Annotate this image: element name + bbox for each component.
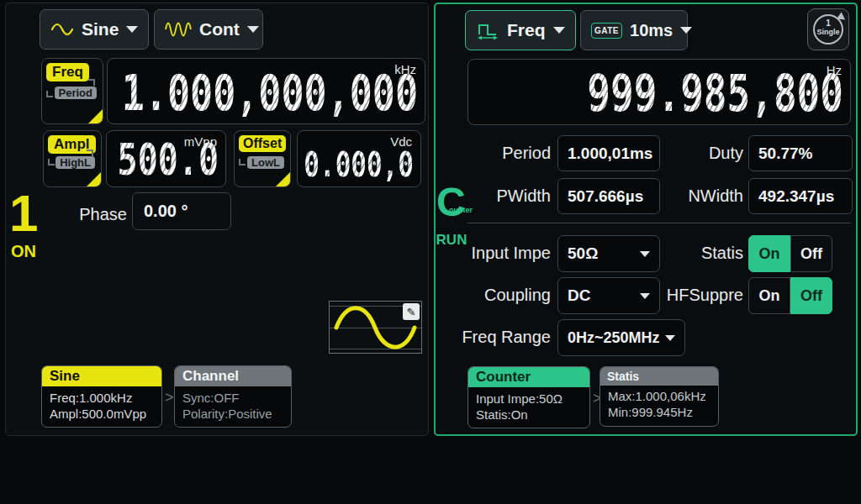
gate-badge: GATE	[591, 23, 622, 39]
hf-suppress-toggle: On Off	[748, 277, 832, 314]
input-impedance-dropdown[interactable]: 50Ω	[557, 235, 660, 272]
sine-card-line: Freq:1.000kHz	[42, 390, 161, 406]
hf-suppress-on-button[interactable]: On	[748, 277, 790, 314]
input-impedance-value: 50Ω	[568, 244, 598, 263]
coupling-label: Coupling	[458, 286, 551, 305]
divider	[467, 223, 851, 223]
counter-info-card[interactable]: Counter Input Impe:50Ω Statis:On	[467, 366, 590, 428]
channel1-number[interactable]: 1	[9, 187, 38, 239]
offset-display[interactable]: Vdc 0.000,0	[297, 130, 421, 187]
freq-alt-label: Period	[55, 87, 97, 99]
channel1-state-label: ON	[8, 242, 40, 261]
waveform-dropdown[interactable]: Sine	[40, 9, 149, 50]
corner-mark	[239, 159, 246, 165]
single-loop-icon: 1 Single	[813, 14, 843, 45]
period-value: 1.000,01ms	[568, 144, 652, 163]
edit-icon[interactable]	[403, 303, 420, 320]
nwidth-field: 492.347µs	[748, 178, 853, 214]
gate-time-dropdown[interactable]: GATE 10ms	[580, 10, 688, 50]
freq-range-dropdown[interactable]: 0Hz~250MHz	[557, 319, 685, 356]
screen: 1 ON Sine Cont Freq Period kHz 1.000,00	[0, 0, 861, 504]
statistics-on-button[interactable]: On	[748, 235, 790, 272]
corner-mark	[46, 91, 53, 97]
phase-value: 0.00 °	[144, 202, 188, 221]
chevron-down-icon	[247, 26, 259, 33]
bottom-bar: R CH1 Imped:HighZ Invert:OFF CH2 Imped:H…	[0, 438, 861, 504]
pulse-icon	[476, 19, 499, 41]
counter-card-line: Input Impe:50Ω	[468, 391, 589, 407]
statistics-off-button[interactable]: Off	[790, 235, 832, 272]
freq-range-label: Freq Range	[454, 328, 551, 347]
phase-label: Phase	[73, 205, 127, 224]
period-label: Period	[461, 144, 551, 163]
offset-alt-label: LowL	[247, 156, 284, 169]
waveform-preview[interactable]	[329, 301, 422, 354]
mode-dropdown-value: Cont	[199, 19, 240, 39]
hf-suppress-label: HFSuppre	[664, 286, 743, 305]
single-trigger-button[interactable]: 1 Single	[807, 8, 849, 50]
freq-param-label: Freq	[46, 63, 89, 81]
statistics-label: Statis	[673, 244, 743, 263]
pwidth-label: PWidth	[461, 186, 551, 206]
chevron-down-icon	[640, 293, 650, 299]
freq-range-value: 0Hz~250MHz	[568, 329, 660, 347]
duty-value: 50.77%	[758, 144, 812, 163]
coupling-dropdown[interactable]: DC	[557, 277, 660, 314]
ampl-display[interactable]: mVpp 500.0	[106, 130, 226, 187]
input-impedance-label: Input Impe	[458, 244, 551, 263]
coupling-value: DC	[568, 286, 590, 305]
sine-icon	[50, 20, 74, 39]
sine-card-line: Ampl:500.0mVpp	[42, 406, 161, 422]
waveform-dropdown-value: Sine	[82, 19, 119, 39]
single-label: Single	[815, 28, 842, 36]
counter-card-line: Statis:On	[468, 407, 589, 423]
chevron-down-icon	[665, 335, 675, 341]
pwidth-field: 507.666µs	[557, 178, 660, 214]
ampl-param-button[interactable]: Ampl HighL	[43, 130, 102, 187]
counter-small-letters: ounter	[449, 206, 473, 214]
counter-panel: C ounter RUN Freq GATE 10ms	[434, 3, 858, 436]
hf-suppress-off-button[interactable]: Off	[790, 277, 832, 314]
freq-display[interactable]: kHz 1.000,000,000	[107, 58, 425, 124]
counter-function-dropdown[interactable]: Freq	[465, 10, 576, 50]
counter-card-title: Counter	[468, 367, 589, 387]
corner-mark	[88, 79, 95, 86]
freq-value: 1.000,000,000	[122, 64, 418, 122]
statistics-card-line: Min:999.945Hz	[600, 404, 718, 420]
pwidth-value: 507.666µs	[568, 187, 643, 206]
offset-value: 0.000,0	[304, 144, 414, 184]
counter-freq-display[interactable]: Hz 999.985,800	[467, 59, 851, 125]
corner-mark	[48, 159, 55, 165]
nwidth-label: NWidth	[659, 186, 743, 206]
channel-card-line: Sync:OFF	[175, 390, 291, 406]
counter-function-value: Freq	[507, 20, 546, 40]
channel-card-line: Polarity:Positive	[175, 406, 291, 422]
ampl-value: 500.0	[118, 134, 219, 185]
card-separator: >	[165, 389, 174, 407]
channel-info-card[interactable]: Channel Sync:OFF Polarity:Positive	[174, 365, 292, 428]
offset-param-label: Offset	[239, 135, 286, 152]
channel1-panel: 1 ON Sine Cont Freq Period kHz 1.000,00	[5, 3, 429, 436]
cont-icon	[165, 20, 192, 39]
sine-card-title: Sine	[42, 366, 161, 386]
chevron-down-icon	[126, 26, 138, 33]
sine-info-card[interactable]: Sine Freq:1.000kHz Ampl:500.0mVpp	[41, 365, 162, 428]
offset-param-button[interactable]: Offset LowL	[234, 130, 291, 187]
freq-param-button[interactable]: Freq Period	[41, 58, 103, 124]
chevron-down-icon	[553, 27, 565, 34]
gate-time-value: 10ms	[630, 21, 673, 40]
counter-display-value: 999.985,800	[587, 64, 843, 123]
period-field: 1.000,01ms	[557, 135, 660, 171]
ampl-alt-label: HighL	[55, 156, 95, 169]
chevron-down-icon	[640, 251, 650, 257]
channel-card-title: Channel	[175, 366, 291, 386]
statistics-toggle: On Off	[748, 235, 832, 272]
mode-dropdown[interactable]: Cont	[154, 9, 263, 50]
statistics-card-line: Max:1.000,06kHz	[600, 388, 718, 404]
duty-label: Duty	[659, 144, 743, 163]
chevron-down-icon	[680, 27, 692, 34]
phase-field[interactable]: 0.00 °	[132, 192, 231, 230]
statistics-info-card[interactable]: Statis Max:1.000,06kHz Min:999.945Hz	[600, 366, 719, 427]
duty-field: 50.77%	[748, 135, 853, 171]
single-count: 1	[815, 18, 842, 28]
